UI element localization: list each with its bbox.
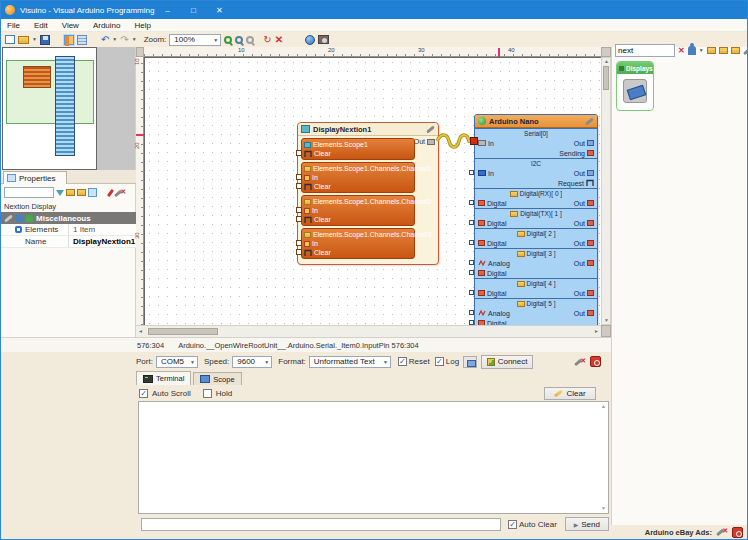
connect-button[interactable]: Connect: [481, 355, 533, 369]
auto-scroll-checkbox[interactable]: ✓: [139, 389, 148, 398]
scroll-up-icon[interactable]: ▲: [601, 404, 606, 409]
auto-clear-checkbox[interactable]: ✓: [508, 520, 517, 529]
scroll-down-icon[interactable]: ▼: [601, 506, 606, 511]
wrench-icon[interactable]: [426, 125, 435, 133]
ads-settings-icon[interactable]: ✕: [716, 527, 728, 537]
pin-sending[interactable]: Sending: [559, 150, 594, 157]
layout-panels-icon[interactable]: [64, 35, 74, 45]
palette-category-displays[interactable]: Displays: [616, 61, 654, 111]
delete-icon[interactable]: ✕: [275, 35, 283, 45]
component-header[interactable]: Arduino Nano: [475, 115, 597, 128]
menu-arduino[interactable]: Arduino: [93, 21, 121, 30]
palette-item-nextion-display[interactable]: [623, 79, 647, 103]
redo-dropdown-icon[interactable]: ▼: [132, 37, 137, 42]
pin-socket[interactable]: [296, 207, 302, 213]
design-minimap[interactable]: [2, 47, 135, 170]
tab-terminal[interactable]: Terminal: [136, 371, 191, 385]
pin-socket[interactable]: [296, 240, 302, 246]
element-channel1[interactable]: Elements.Scope1.Channels.Channel1 In Cle…: [301, 162, 415, 193]
scroll-up-icon[interactable]: ▲: [604, 59, 609, 64]
customize-icon[interactable]: ✕: [114, 188, 126, 198]
pin-i2c-out[interactable]: Out: [574, 170, 594, 177]
pin-socket[interactable]: [296, 183, 302, 189]
scroll-down-icon[interactable]: ▼: [604, 318, 609, 323]
pin-socket[interactable]: [296, 174, 302, 180]
connection-settings-icon[interactable]: ✕: [574, 357, 586, 367]
screenshot-icon[interactable]: [318, 35, 329, 44]
zoom-select[interactable]: 100% ▼: [169, 34, 221, 46]
canvas-horizontal-scrollbar[interactable]: ◄ ►: [136, 325, 601, 337]
scrollbar-thumb[interactable]: [603, 66, 609, 90]
ads-close-icon[interactable]: [732, 527, 743, 538]
pin-socket[interactable]: [469, 240, 474, 245]
wrench-icon[interactable]: [585, 117, 594, 125]
element-channel2[interactable]: Elements.Scope1.Channels.Channel2 In Cle…: [301, 195, 415, 226]
format-select[interactable]: Unformatted Text▼: [309, 356, 391, 368]
clear-button[interactable]: Clear: [544, 387, 596, 400]
expand-icon[interactable]: [15, 226, 22, 233]
pin-socket[interactable]: [469, 260, 474, 265]
element-scope[interactable]: Elements.Scope1 Clear: [301, 138, 415, 160]
component-search-input[interactable]: [615, 44, 675, 57]
zoom-fit-icon[interactable]: [235, 36, 243, 44]
palette-category-header[interactable]: Displays: [617, 62, 653, 74]
properties-filter-input[interactable]: [4, 187, 54, 198]
refresh-icon[interactable]: ↻: [263, 35, 271, 45]
pin-request[interactable]: Request: [558, 179, 594, 187]
pin-socket[interactable]: [296, 150, 302, 156]
component-arduino-nano[interactable]: Arduino Nano Serial[0] InOut Sending I2C…: [474, 114, 598, 325]
undo-icon[interactable]: ↶: [101, 35, 109, 45]
speed-select[interactable]: 9600▼: [232, 356, 272, 368]
pin-socket[interactable]: [469, 220, 474, 225]
property-value[interactable]: DisplayNextion1: [69, 237, 135, 246]
port-select[interactable]: COM5▼: [156, 356, 198, 368]
categories-icon[interactable]: [88, 188, 97, 197]
property-value[interactable]: 1 Item: [69, 225, 95, 234]
pin-out[interactable]: Out: [414, 138, 435, 145]
expand-folders-icon[interactable]: [719, 47, 728, 54]
element-channel3[interactable]: Elements.Scope1.Channels.Channel3 In Cle…: [301, 228, 415, 259]
log-file-button[interactable]: [463, 356, 477, 368]
reset-checkbox[interactable]: ✓: [398, 357, 407, 366]
pin-socket[interactable]: [296, 216, 302, 222]
pin-in[interactable]: In: [304, 173, 412, 182]
pin-digital[interactable]: Digital: [478, 200, 506, 207]
property-category-header[interactable]: Miscellaneous: [1, 212, 136, 224]
pin-socket[interactable]: [469, 290, 474, 295]
palette-customize-icon[interactable]: ✕: [743, 46, 748, 56]
pin-socket[interactable]: [469, 310, 474, 315]
clear-search-icon[interactable]: ✕: [678, 47, 685, 55]
pin-analog[interactable]: Analog: [478, 309, 510, 317]
undo-dropdown-icon[interactable]: ▼: [112, 37, 117, 42]
pin-out[interactable]: Out: [574, 310, 594, 317]
pin-digital[interactable]: Digital: [478, 270, 506, 277]
save-project-icon[interactable]: [40, 35, 50, 45]
filter-dropdown-icon[interactable]: ▼: [699, 48, 704, 53]
pin-in[interactable]: In: [304, 206, 412, 215]
zoom-in-icon[interactable]: [224, 36, 232, 44]
pin-in[interactable]: In: [304, 239, 412, 248]
new-folder-icon[interactable]: [707, 47, 716, 54]
maximize-button[interactable]: □: [180, 1, 206, 19]
menu-help[interactable]: Help: [134, 21, 150, 30]
pin-out[interactable]: Out: [574, 200, 594, 207]
property-row-name[interactable]: Name DisplayNextion1: [1, 236, 136, 248]
send-button[interactable]: ▶Send: [565, 517, 609, 531]
pin-i2c-in[interactable]: In: [478, 170, 494, 177]
pin-serial-in[interactable]: In: [478, 140, 494, 147]
redo-icon[interactable]: ↷: [120, 35, 128, 45]
hold-checkbox[interactable]: [203, 389, 212, 398]
minimize-button[interactable]: –: [154, 1, 180, 19]
tab-properties[interactable]: Properties: [3, 171, 67, 184]
open-dropdown-icon[interactable]: ▼: [32, 37, 37, 42]
tab-scope[interactable]: Scope: [193, 372, 241, 385]
close-button[interactable]: ✕: [206, 1, 232, 19]
layout-grid-icon[interactable]: [77, 35, 87, 45]
component-display-nextion1[interactable]: DisplayNextion1 Out Elements.Scope1 Clea…: [297, 122, 439, 265]
terminal-output[interactable]: ▲ ▼: [138, 401, 609, 514]
design-canvas[interactable]: DisplayNextion1 Out Elements.Scope1 Clea…: [144, 57, 601, 325]
pin-clear[interactable]: Clear: [304, 182, 412, 191]
pin-out[interactable]: Out: [574, 220, 594, 227]
pin-digital[interactable]: Digital: [478, 290, 506, 297]
pin-out[interactable]: Out: [574, 240, 594, 247]
